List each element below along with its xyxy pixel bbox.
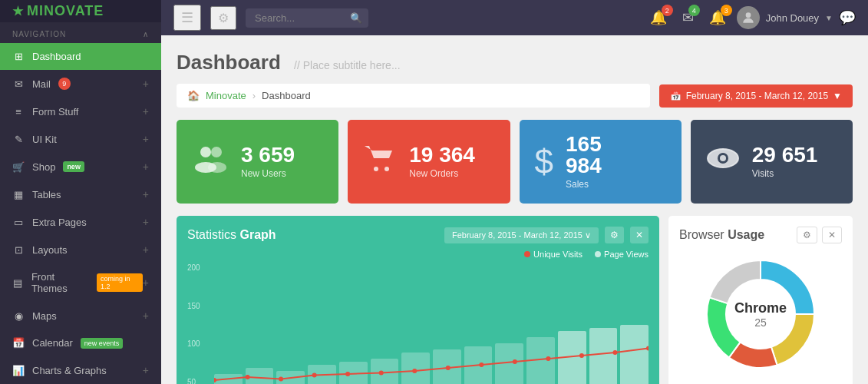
sidebar-item-calendar[interactable]: 📅 Calendar new events: [0, 329, 161, 356]
notification-bell-2[interactable]: 🔔 3: [705, 6, 731, 29]
browser-panel-header: Browser Usage ⚙ ✕: [679, 227, 842, 243]
date-range-button[interactable]: 📅 February 8, 2015 - March 12, 2015 ▼: [659, 84, 853, 108]
stats-row: 3 659 New Users 19 364 New Orders: [177, 120, 853, 204]
plus-icon[interactable]: +: [143, 78, 149, 90]
chart-close-button[interactable]: ✕: [630, 227, 649, 243]
bar-group: [339, 362, 368, 384]
chart-bar: [371, 359, 399, 384]
sidebar-item-extra-pages[interactable]: ▭ Extra Pages +: [0, 208, 161, 236]
plus-icon[interactable]: +: [143, 133, 149, 145]
svg-point-2: [211, 147, 222, 157]
bar-group: [371, 359, 399, 384]
chart-bar: [526, 337, 555, 384]
menu-toggle-button[interactable]: ☰: [173, 5, 201, 31]
bar-group: [401, 353, 430, 384]
events-badge: new events: [81, 338, 124, 349]
sidebar-item-tables[interactable]: ▦ Tables +: [0, 180, 161, 208]
plus-icon[interactable]: +: [143, 364, 149, 376]
charts-icon: 📊: [12, 365, 25, 376]
page-content: Dashboard // Place subtitle here... 🏠 Mi…: [161, 35, 868, 384]
sales-label: Sales: [566, 179, 602, 190]
sidebar-item-label: Tables: [32, 189, 61, 200]
plus-icon[interactable]: +: [143, 243, 149, 256]
nav-collapse-icon[interactable]: ∧: [143, 30, 149, 38]
user-dropdown-icon[interactable]: ▼: [825, 14, 833, 22]
chart-bar: [620, 325, 649, 384]
nav-label: NAVIGATION ∧: [0, 22, 161, 43]
sidebar-item-label: Charts & Graphs: [32, 365, 107, 376]
chart-bar: [558, 331, 586, 384]
bar-group: [433, 349, 461, 384]
sidebar-item-label: Dashboard: [32, 51, 81, 62]
mail-icon: ✉: [12, 78, 25, 90]
sidebar-item-label: Extra Pages: [32, 217, 87, 228]
sidebar-item-label: Maps: [32, 310, 57, 322]
search-icon: 🔍: [350, 12, 362, 24]
sidebar-item-shop[interactable]: 🛒 Shop new +: [0, 153, 161, 180]
bar-chart: 200 150 100 50: [187, 263, 649, 384]
browser-close-button[interactable]: ✕: [822, 227, 842, 243]
browser-title: Browser Usage: [679, 228, 764, 242]
donut-label: Chrome 25: [734, 300, 787, 329]
chart-bar: [214, 374, 243, 384]
orders-count: 19 364: [409, 144, 475, 166]
bar-group: [526, 337, 555, 384]
sidebar-item-form-stuff[interactable]: ≡ Form Stuff +: [0, 98, 161, 125]
sidebar-item-maps[interactable]: ◉ Maps +: [0, 302, 161, 329]
sidebar-item-charts[interactable]: 📊 Charts & Graphs +: [0, 356, 161, 384]
sidebar-item-mail[interactable]: ✉ Mail 9 +: [0, 70, 161, 98]
legend-page: Page Views: [595, 250, 649, 259]
bar-group: [214, 374, 243, 384]
page-title: Dashboard // Place subtitle here...: [177, 51, 401, 74]
chart-controls: February 8, 2015 - March 12, 2015 ∨ ⚙ ✕: [444, 227, 649, 243]
chart-title: Statistics Graph: [187, 228, 276, 242]
sidebar-item-label: Shop: [32, 161, 55, 173]
sidebar-item-layouts[interactable]: ⊡ Layouts +: [0, 236, 161, 263]
form-icon: ≡: [12, 106, 25, 118]
logo-icon: ★: [12, 4, 24, 18]
plus-icon[interactable]: +: [143, 105, 149, 118]
chart-date-button[interactable]: February 8, 2015 - March 12, 2015 ∨: [444, 227, 599, 243]
users-icon: [192, 143, 229, 180]
breadcrumb-row: 🏠 Minovate › Dashboard 📅 February 8, 201…: [177, 84, 853, 108]
sidebar-item-dashboard[interactable]: ⊞ Dashboard: [0, 43, 161, 70]
breadcrumb-current: Dashboard: [262, 90, 311, 101]
settings-button[interactable]: ⚙: [210, 6, 236, 30]
plus-icon[interactable]: +: [143, 310, 149, 322]
browser-gear-button[interactable]: ⚙: [797, 227, 817, 243]
stat-card-users: 3 659 New Users: [177, 120, 338, 204]
bar-group: [308, 365, 336, 384]
breadcrumb-home[interactable]: Minovate: [206, 90, 246, 101]
plus-icon[interactable]: +: [143, 216, 149, 228]
plus-icon[interactable]: +: [143, 188, 149, 200]
chart-bar: [589, 328, 618, 384]
notification-mail[interactable]: ✉ 4: [678, 6, 698, 29]
topbar-right: 🔔 2 ✉ 4 🔔 3 John Douey ▼ 💬: [645, 6, 856, 29]
sidebar-item-label: Calendar: [32, 337, 73, 349]
chart-bar: [464, 346, 493, 384]
sidebar-item-label: UI Kit: [32, 134, 57, 145]
extra-pages-icon: ▭: [12, 217, 25, 228]
page-views-dot: [595, 251, 601, 257]
svg-point-10: [720, 155, 726, 161]
notification-bell-1[interactable]: 🔔 2: [645, 6, 672, 29]
bar-group: [558, 331, 586, 384]
chart-legend: Unique Visits Page Views: [187, 250, 649, 259]
notification-badge-1: 2: [662, 5, 673, 16]
bar-group: [620, 325, 649, 384]
orders-label: New Orders: [409, 168, 475, 179]
sidebar-item-label: Layouts: [32, 244, 68, 256]
sidebar-item-front-themes[interactable]: ▤ Front Themes coming in 1.2 +: [0, 263, 161, 302]
plus-icon[interactable]: +: [143, 161, 149, 173]
bottom-row: Statistics Graph February 8, 2015 - Marc…: [177, 216, 853, 384]
chart-gear-button[interactable]: ⚙: [605, 227, 624, 243]
chart-bar: [401, 353, 430, 384]
chat-icon[interactable]: 💬: [839, 9, 856, 26]
new-badge: new: [63, 161, 84, 172]
plus-icon[interactable]: +: [143, 276, 149, 289]
donut-chart: Chrome 25: [699, 253, 822, 376]
donut-segment: [709, 260, 761, 303]
user-avatar[interactable]: [737, 6, 760, 29]
sidebar-item-ui-kit[interactable]: ✎ UI Kit +: [0, 125, 161, 153]
username-label[interactable]: John Douey: [766, 12, 819, 24]
